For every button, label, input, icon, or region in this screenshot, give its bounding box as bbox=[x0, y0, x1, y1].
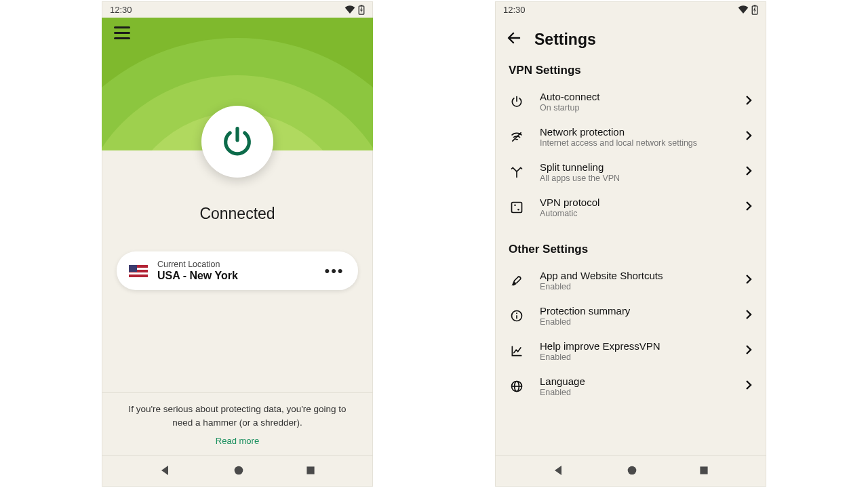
battery-icon bbox=[751, 5, 758, 15]
setting-title: VPN protocol bbox=[540, 197, 730, 208]
nav-home[interactable] bbox=[626, 464, 638, 479]
status-time: 12:30 bbox=[503, 5, 526, 15]
menu-button[interactable] bbox=[114, 23, 133, 42]
svg-point-12 bbox=[516, 312, 517, 314]
status-time: 12:30 bbox=[110, 5, 132, 15]
location-label: Current Location bbox=[157, 260, 323, 269]
wifi-icon bbox=[344, 5, 355, 14]
location-name: USA - New York bbox=[157, 270, 323, 282]
setting-title: Auto-connect bbox=[540, 91, 730, 102]
protocol-icon bbox=[510, 201, 524, 214]
svg-point-2 bbox=[235, 466, 243, 474]
settings-header: Settings bbox=[495, 18, 766, 58]
setting-sub: Enabled bbox=[540, 317, 730, 327]
power-button[interactable] bbox=[201, 106, 273, 178]
setting-title: Help improve ExpressVPN bbox=[540, 340, 730, 352]
svg-rect-3 bbox=[307, 466, 314, 474]
setting-auto-connect[interactable]: Auto-connectOn startup bbox=[495, 84, 766, 119]
setting-help-improve[interactable]: Help improve ExpressVPNEnabled bbox=[495, 333, 766, 369]
setting-title: Split tunneling bbox=[540, 161, 730, 173]
flag-icon bbox=[129, 265, 148, 277]
setting-title: Language bbox=[540, 375, 730, 387]
read-more-link[interactable]: Read more bbox=[121, 434, 354, 448]
setting-sub: Enabled bbox=[540, 352, 730, 362]
arrow-left-icon bbox=[506, 30, 522, 46]
chart-icon bbox=[510, 344, 524, 358]
setting-title: App and Website Shortcuts bbox=[540, 270, 730, 281]
setting-sub: Enabled bbox=[540, 282, 730, 291]
chevron-right-icon bbox=[745, 344, 753, 358]
chevron-right-icon bbox=[745, 201, 753, 214]
wifi-icon bbox=[738, 5, 749, 14]
battery-icon bbox=[358, 5, 365, 15]
setting-sub: On startup bbox=[540, 103, 730, 113]
svg-rect-7 bbox=[512, 203, 522, 213]
chevron-right-icon bbox=[745, 309, 753, 323]
svg-point-9 bbox=[517, 209, 519, 211]
setting-split-tunneling[interactable]: Split tunnelingAll apps use the VPN bbox=[495, 155, 766, 190]
nav-back[interactable] bbox=[552, 464, 566, 480]
chevron-right-icon bbox=[745, 95, 753, 108]
svg-rect-5 bbox=[754, 5, 756, 6]
status-bar: 12:30 bbox=[495, 1, 766, 18]
split-icon bbox=[510, 165, 524, 179]
chevron-right-icon bbox=[745, 380, 753, 393]
rocket-icon bbox=[510, 274, 524, 287]
nav-recent[interactable] bbox=[698, 465, 709, 479]
chevron-right-icon bbox=[745, 274, 753, 287]
setting-sub: All apps use the VPN bbox=[540, 174, 730, 183]
setting-vpn-protocol[interactable]: VPN protocolAutomatic bbox=[495, 190, 766, 225]
svg-rect-17 bbox=[700, 466, 707, 474]
more-button[interactable]: ••• bbox=[323, 262, 346, 280]
svg-point-16 bbox=[628, 466, 637, 474]
info-icon bbox=[510, 309, 524, 323]
nav-bar bbox=[102, 455, 373, 487]
svg-rect-1 bbox=[361, 5, 363, 6]
setting-shortcuts[interactable]: App and Website ShortcutsEnabled bbox=[495, 263, 766, 298]
status-icons bbox=[738, 5, 758, 15]
setting-language[interactable]: LanguageEnabled bbox=[495, 369, 766, 404]
status-icons bbox=[344, 5, 365, 15]
settings-title: Settings bbox=[534, 30, 596, 49]
setting-sub: Internet access and local network settin… bbox=[540, 138, 730, 148]
nav-home[interactable] bbox=[233, 464, 245, 479]
svg-point-8 bbox=[514, 204, 516, 206]
wifi-off-icon bbox=[510, 130, 524, 144]
setting-network-protection[interactable]: Network protectionInternet access and lo… bbox=[495, 119, 766, 155]
vpn-section-title: VPN Settings bbox=[495, 58, 766, 84]
globe-icon bbox=[510, 380, 524, 393]
chevron-right-icon bbox=[745, 130, 753, 144]
status-bar: 12:30 bbox=[102, 1, 373, 18]
setting-title: Protection summary bbox=[540, 305, 730, 317]
other-section-title: Other Settings bbox=[495, 237, 766, 263]
phone-home: 12:30 Connected Current Location USA - N… bbox=[102, 1, 373, 487]
phone-settings: 12:30 Settings VPN Settings Auto-connect… bbox=[495, 1, 766, 487]
chevron-right-icon bbox=[745, 165, 753, 179]
nav-recent[interactable] bbox=[305, 465, 316, 479]
info-text: If you're serious about protecting data,… bbox=[128, 404, 346, 428]
setting-sub: Enabled bbox=[540, 388, 730, 397]
power-icon bbox=[220, 124, 255, 159]
connection-status: Connected bbox=[102, 205, 373, 223]
setting-protection-summary[interactable]: Protection summaryEnabled bbox=[495, 298, 766, 333]
setting-sub: Automatic bbox=[540, 209, 730, 218]
back-button[interactable] bbox=[506, 30, 522, 49]
location-card[interactable]: Current Location USA - New York ••• bbox=[117, 251, 358, 290]
power-icon bbox=[510, 95, 524, 108]
nav-bar bbox=[495, 455, 766, 487]
setting-title: Network protection bbox=[540, 126, 730, 138]
info-footer: If you're serious about protecting data,… bbox=[102, 392, 373, 455]
nav-back[interactable] bbox=[159, 464, 172, 480]
